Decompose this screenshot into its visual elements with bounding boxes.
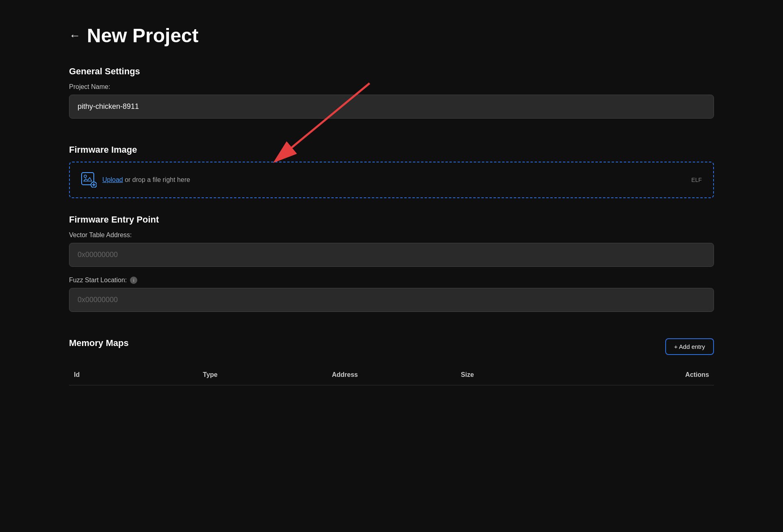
page-header: ← New Project xyxy=(69,24,714,47)
firmware-entry-section: Firmware Entry Point Vector Table Addres… xyxy=(69,214,714,322)
memory-maps-title: Memory Maps xyxy=(69,338,129,348)
vector-table-label: Vector Table Address: xyxy=(69,231,714,239)
page-title: New Project xyxy=(87,24,199,47)
firmware-entry-title: Firmware Entry Point xyxy=(69,214,714,225)
memory-maps-table-header: Id Type Address Size Actions xyxy=(69,365,714,385)
memory-maps-header: Memory Maps + Add entry xyxy=(69,338,714,355)
project-name-input[interactable] xyxy=(69,95,714,119)
svg-point-1 xyxy=(84,175,87,177)
firmware-format-label: ELF xyxy=(691,177,702,183)
memory-maps-section: Memory Maps + Add entry Id Type Address … xyxy=(69,338,714,385)
vector-table-input[interactable] xyxy=(69,243,714,267)
col-actions: Actions xyxy=(585,371,714,378)
dropzone-description: or drop a file right here xyxy=(123,176,190,183)
add-entry-button[interactable]: + Add entry xyxy=(665,338,714,355)
project-name-label: Project Name: xyxy=(69,83,714,91)
upload-link[interactable]: Upload xyxy=(102,176,123,183)
col-id: Id xyxy=(69,371,198,378)
col-address: Address xyxy=(327,371,456,378)
col-size: Size xyxy=(456,371,585,378)
firmware-dropzone[interactable]: Upload or drop a file right here ELF xyxy=(69,162,714,198)
firmware-image-title: Firmware Image xyxy=(69,145,714,155)
general-settings-title: General Settings xyxy=(69,66,714,77)
dropzone-text: Upload or drop a file right here xyxy=(102,176,190,184)
back-button[interactable]: ← xyxy=(69,30,80,41)
col-type: Type xyxy=(198,371,327,378)
fuzz-start-input[interactable] xyxy=(69,288,714,312)
firmware-image-section: Firmware Image Upload o xyxy=(69,145,714,198)
upload-icon xyxy=(81,172,97,188)
dropzone-left: Upload or drop a file right here xyxy=(81,172,190,188)
general-settings-section: General Settings Project Name: xyxy=(69,66,714,128)
fuzz-start-label: Fuzz Start Location: i xyxy=(69,277,714,284)
fuzz-start-info-icon[interactable]: i xyxy=(130,277,137,284)
